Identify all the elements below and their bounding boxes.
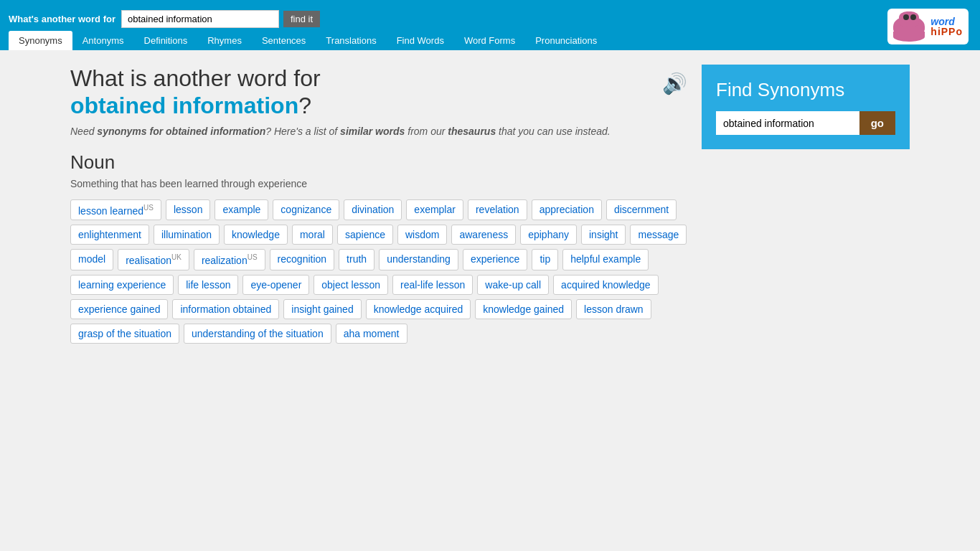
- synonym-search-row: go: [716, 111, 895, 135]
- desc-end: that you can use instead.: [496, 126, 611, 137]
- desc-need: Need: [70, 126, 97, 137]
- tag-item[interactable]: realisationUK: [118, 249, 189, 270]
- speaker-icon[interactable]: 🔊: [662, 72, 687, 95]
- nav-tab-sentences[interactable]: Sentences: [252, 31, 316, 50]
- title-prefix: What is another word for: [70, 65, 321, 91]
- noun-heading: Noun: [70, 151, 687, 174]
- desc-mid: ? Here's a list of: [265, 126, 340, 137]
- top-bar: What's another word for find it Synonyms…: [0, 0, 980, 50]
- tag-item[interactable]: wake-up call: [477, 275, 549, 295]
- title-row: What is another word for obtained inform…: [70, 65, 687, 126]
- tag-item[interactable]: recognition: [270, 249, 335, 270]
- tag-item[interactable]: grasp of the situation: [70, 324, 179, 344]
- tag-item[interactable]: lesson: [166, 199, 210, 221]
- desc-bold3: thesaurus: [448, 126, 496, 137]
- tag-item[interactable]: knowledge: [224, 225, 288, 245]
- desc-bold1: synonyms for obtained information: [97, 126, 265, 137]
- tag-item[interactable]: awareness: [451, 225, 516, 245]
- tag-item[interactable]: cognizance: [273, 199, 339, 221]
- tag-item[interactable]: exemplar: [406, 199, 463, 221]
- find-synonyms-box: Find Synonyms go: [702, 65, 910, 149]
- noun-section: Noun Something that has been learned thr…: [70, 151, 687, 344]
- tag-item[interactable]: experience: [463, 249, 528, 270]
- tag-item[interactable]: life lesson: [178, 275, 238, 295]
- nav-tab-translations[interactable]: Translations: [316, 31, 386, 50]
- tag-item[interactable]: learning experience: [70, 275, 174, 295]
- tag-item[interactable]: insight: [581, 225, 626, 245]
- tag-item[interactable]: discernment: [606, 199, 677, 221]
- tag-item[interactable]: illumination: [154, 225, 220, 245]
- content-area: What is another word for obtained inform…: [70, 65, 687, 344]
- tag-item[interactable]: information obtained: [172, 299, 279, 319]
- synonym-search-input[interactable]: [716, 111, 859, 135]
- tag-item[interactable]: object lesson: [314, 275, 388, 295]
- tag-item[interactable]: appreciation: [532, 199, 602, 221]
- noun-definition: Something that has been learned through …: [70, 178, 687, 189]
- tag-item[interactable]: sapience: [337, 225, 393, 245]
- tags-container: lesson learnedUSlessonexamplecognizanced…: [70, 199, 687, 344]
- star-icon[interactable]: ✳: [957, 11, 969, 28]
- tag-item[interactable]: knowledge acquired: [366, 299, 471, 319]
- tag-item[interactable]: moral: [292, 225, 333, 245]
- tag-item[interactable]: enlightenment: [70, 225, 149, 245]
- nav-tab-find-words[interactable]: Find Words: [387, 31, 454, 50]
- tag-item[interactable]: divination: [344, 199, 402, 221]
- nav-tab-antonyms[interactable]: Antonyms: [72, 31, 134, 50]
- tag-item[interactable]: insight gained: [283, 299, 361, 319]
- nav-tab-synonyms[interactable]: Synonyms: [9, 31, 72, 50]
- sidebar: Find Synonyms go: [702, 65, 910, 344]
- title-suffix: ?: [298, 93, 311, 118]
- title-word: obtained information: [70, 93, 298, 118]
- tag-item[interactable]: lesson drawn: [576, 299, 651, 319]
- tag-item[interactable]: model: [70, 249, 113, 270]
- tag-item[interactable]: example: [215, 199, 268, 221]
- nav-tab-rhymes[interactable]: Rhymes: [197, 31, 252, 50]
- search-input[interactable]: [121, 10, 279, 28]
- search-area: What's another word for find it: [0, 6, 876, 28]
- tag-item[interactable]: wisdom: [397, 225, 447, 245]
- description: Need synonyms for obtained information? …: [70, 126, 687, 137]
- main-layout: What is another word for obtained inform…: [60, 50, 920, 358]
- tag-item[interactable]: tip: [532, 249, 558, 270]
- search-label: What's another word for: [9, 14, 116, 24]
- tag-item[interactable]: message: [630, 225, 687, 245]
- find-it-button[interactable]: find it: [283, 11, 320, 27]
- tag-item[interactable]: understanding of the situation: [184, 324, 331, 344]
- desc-bold2: similar words: [340, 126, 405, 137]
- nav-tab-definitions[interactable]: Definitions: [134, 31, 198, 50]
- go-button[interactable]: go: [859, 111, 895, 135]
- tag-item[interactable]: eye-opener: [242, 275, 309, 295]
- tag-item[interactable]: knowledge gained: [475, 299, 572, 319]
- tag-item[interactable]: real-life lesson: [392, 275, 473, 295]
- tag-item[interactable]: aha moment: [336, 324, 407, 344]
- tag-item[interactable]: acquired knowledge: [553, 275, 659, 295]
- nav-tab-pronunciations[interactable]: Pronunciations: [525, 31, 607, 50]
- tag-item[interactable]: understanding: [379, 249, 458, 270]
- page-title: What is another word for obtained inform…: [70, 65, 651, 120]
- tag-item[interactable]: helpful example: [562, 249, 649, 270]
- nav-tab-word-forms[interactable]: Word Forms: [454, 31, 525, 50]
- tag-item[interactable]: lesson learnedUS: [70, 199, 161, 221]
- find-synonyms-heading: Find Synonyms: [716, 79, 895, 101]
- tag-item[interactable]: epiphany: [520, 225, 577, 245]
- nav-tabs: SynonymsAntonymsDefinitionsRhymesSentenc…: [0, 31, 876, 50]
- tag-item[interactable]: realizationUS: [194, 249, 265, 270]
- desc-mid2: from our: [405, 126, 448, 137]
- tag-item[interactable]: experience gained: [70, 299, 168, 319]
- tag-item[interactable]: truth: [339, 249, 374, 270]
- tag-item[interactable]: revelation: [468, 199, 527, 221]
